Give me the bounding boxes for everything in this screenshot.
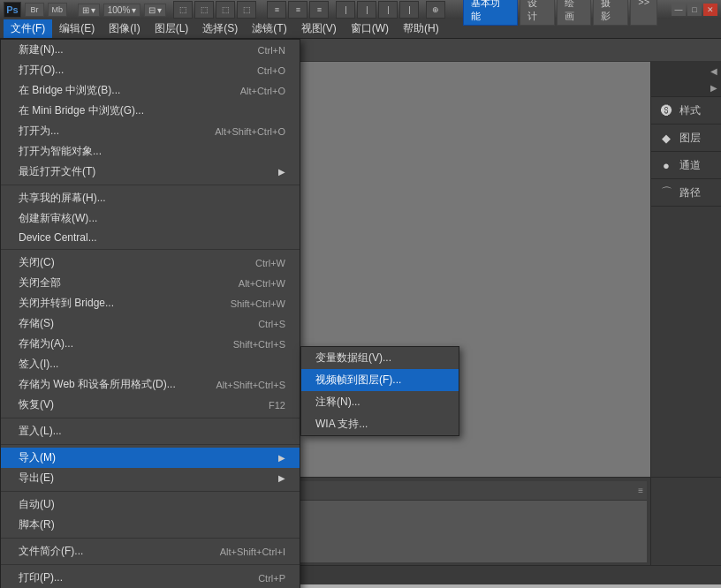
menu-print-shortcut: Ctrl+P <box>258 573 285 584</box>
menu-browse-bridge[interactable]: 在 Bridge 中浏览(B)... Alt+Ctrl+O <box>1 80 300 101</box>
menu-checkin[interactable]: 签入(I)... <box>1 354 300 374</box>
menu-close-all[interactable]: 关闭全部 Alt+Ctrl+W <box>1 273 300 293</box>
menu-automate[interactable]: 自动(U) <box>1 494 300 515</box>
title-align-3[interactable]: ≡ <box>309 1 329 19</box>
title-transform-4[interactable]: | <box>399 1 419 19</box>
mode-photo[interactable]: 摄影 <box>593 0 628 26</box>
menu-save-shortcut: Ctrl+S <box>258 319 285 329</box>
title-transform-3[interactable]: | <box>378 1 398 19</box>
panel-layer[interactable]: ◆ 图层 <box>651 124 721 152</box>
mode-more[interactable]: >> <box>630 0 657 26</box>
menu-share-screen[interactable]: 共享我的屏幕(H)... <box>1 188 300 208</box>
menu-browse-mini[interactable]: 在 Mini Bridge 中浏览(G)... <box>1 101 300 121</box>
title-bar: Ps Br Mb ⊞ ▾ 100% ▾ ⊟ ▾ ⬚ ⬚ ⬚ ⬚ ≡ ≡ ≡ | … <box>0 0 721 19</box>
title-tool-4[interactable]: ⬚ <box>237 1 256 19</box>
submenu-video-frames[interactable]: 视频帧到图层(F)... <box>301 369 459 391</box>
path-label: 路径 <box>679 185 701 200</box>
mode-paint[interactable]: 绘画 <box>557 0 592 26</box>
menu-select[interactable]: 选择(S) <box>195 19 245 38</box>
panel-style[interactable]: 🅢 样式 <box>651 97 721 124</box>
sep3 <box>1 418 300 418</box>
window-controls: — □ ✕ <box>672 4 717 16</box>
title-align-1[interactable]: ≡ <box>267 1 286 19</box>
title-tool-2[interactable]: ⬚ <box>194 1 214 19</box>
title-extra-1[interactable]: ⊕ <box>426 1 445 19</box>
title-tool-1[interactable]: ⬚ <box>173 1 193 19</box>
menu-open[interactable]: 打开(O)... Ctrl+O <box>1 60 300 80</box>
menu-layer[interactable]: 图层(L) <box>148 19 196 38</box>
menu-open-as-label: 打开为... <box>19 124 59 139</box>
menu-print[interactable]: 打印(P)... Ctrl+P <box>1 568 300 588</box>
maximize-button[interactable]: □ <box>687 4 702 16</box>
menu-revert[interactable]: 恢复(V) F12 <box>1 395 300 415</box>
title-align-2[interactable]: ≡ <box>288 1 307 19</box>
menu-view[interactable]: 视图(V) <box>294 19 344 38</box>
mode-basic[interactable]: 基本功能 <box>463 0 518 26</box>
ps-logo: Ps <box>4 2 21 18</box>
menu-scripts[interactable]: 脚本(R) <box>1 515 300 535</box>
channel-label: 通道 <box>679 158 701 173</box>
menu-filter[interactable]: 滤镜(T) <box>245 19 293 38</box>
menu-save-web[interactable]: 存储为 Web 和设备所用格式(D)... Alt+Shift+Ctrl+S <box>1 374 300 395</box>
menu-file-info-shortcut: Alt+Shift+Ctrl+I <box>220 547 285 557</box>
layer-label: 图层 <box>679 131 701 146</box>
menu-import[interactable]: 导入(M) ▶ <box>1 448 300 468</box>
menu-place[interactable]: 置入(L)... <box>1 421 300 441</box>
menu-save-label: 存储(S) <box>19 316 54 331</box>
zoom-dropdown[interactable]: 100% ▾ <box>103 4 141 17</box>
menu-export-arrow: ▶ <box>278 473 285 483</box>
menu-close[interactable]: 关闭(C) Ctrl+W <box>1 253 300 273</box>
submenu-notes[interactable]: 注释(N)... <box>301 391 459 413</box>
menu-window[interactable]: 窗口(W) <box>344 19 396 38</box>
panel-path[interactable]: ⌒ 路径 <box>651 179 721 207</box>
menu-print-label: 打印(P)... <box>19 570 63 585</box>
view-dropdown-arrow: ▾ <box>91 5 95 15</box>
panel-collapse-left[interactable]: ◀ <box>710 66 717 76</box>
mode-design[interactable]: 设计 <box>520 0 555 26</box>
style-icon: 🅢 <box>658 102 674 118</box>
menu-scripts-label: 脚本(R) <box>19 517 55 532</box>
menu-image[interactable]: 图像(I) <box>102 19 147 38</box>
panel-expand-right[interactable]: ▶ <box>710 83 717 93</box>
menu-open-as[interactable]: 打开为... Alt+Shift+Ctrl+O <box>1 121 300 141</box>
menu-file[interactable]: 文件(F) <box>4 19 52 38</box>
menu-save-web-label: 存储为 Web 和设备所用格式(D)... <box>19 377 176 392</box>
bottom-panel-menu[interactable]: ≡ <box>638 486 643 495</box>
menu-save[interactable]: 存储(S) Ctrl+S <box>1 313 300 334</box>
title-transform-2[interactable]: | <box>357 1 376 19</box>
submenu-variable-data[interactable]: 变量数据组(V)... <box>301 347 459 369</box>
menu-recent[interactable]: 最近打开文件(T) ▶ <box>1 162 300 182</box>
menu-close-all-label: 关闭全部 <box>19 275 61 290</box>
menu-close-shortcut: Ctrl+W <box>255 258 285 268</box>
menu-device-central[interactable]: Device Central... <box>1 229 300 246</box>
menu-browse-bridge-shortcut: Alt+Ctrl+O <box>240 86 285 96</box>
menu-save-web-shortcut: Alt+Shift+Ctrl+S <box>216 380 285 390</box>
menu-open-label: 打开(O)... <box>19 63 64 78</box>
menu-file-info[interactable]: 文件简介(F)... Alt+Shift+Ctrl+I <box>1 541 300 562</box>
menu-share-screen-label: 共享我的屏幕(H)... <box>19 191 106 206</box>
menu-help[interactable]: 帮助(H) <box>396 19 446 38</box>
menu-new-review-label: 创建新审核(W)... <box>19 211 97 226</box>
arrange-dropdown[interactable]: ⊟ ▾ <box>144 4 166 17</box>
menu-browse-bridge-label: 在 Bridge 中浏览(B)... <box>19 83 120 98</box>
menu-save-as[interactable]: 存储为(A)... Shift+Ctrl+S <box>1 334 300 354</box>
menu-revert-shortcut: F12 <box>269 400 285 411</box>
bridge-button[interactable]: Br <box>25 3 44 17</box>
sep1 <box>1 185 300 185</box>
menu-edit[interactable]: 编辑(E) <box>52 19 102 38</box>
menu-export[interactable]: 导出(E) ▶ <box>1 468 300 488</box>
mini-bridge-button[interactable]: Mb <box>48 3 67 17</box>
close-button[interactable]: ✕ <box>703 4 717 16</box>
title-tool-3[interactable]: ⬚ <box>216 1 235 19</box>
submenu-wia[interactable]: WIA 支持... <box>301 413 459 435</box>
menu-close-bridge[interactable]: 关闭并转到 Bridge... Shift+Ctrl+W <box>1 293 300 313</box>
menu-new-review[interactable]: 创建新审核(W)... <box>1 208 300 229</box>
menu-new[interactable]: 新建(N)... Ctrl+N <box>1 40 300 60</box>
menu-open-smart[interactable]: 打开为智能对象... <box>1 141 300 162</box>
submenu-variable-data-label: 变量数据组(V)... <box>315 351 391 366</box>
title-transform-1[interactable]: | <box>336 1 355 19</box>
menu-import-arrow: ▶ <box>278 453 285 463</box>
minimize-button[interactable]: — <box>672 4 686 16</box>
view-mode-dropdown[interactable]: ⊞ ▾ <box>78 4 100 17</box>
panel-channel[interactable]: ● 通道 <box>651 152 721 179</box>
